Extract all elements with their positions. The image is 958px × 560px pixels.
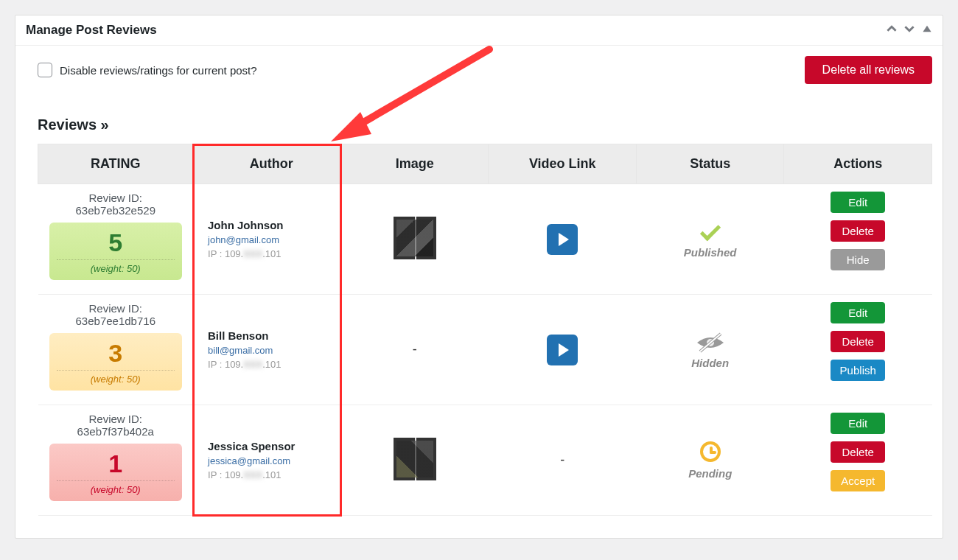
status-label: Pending xyxy=(642,467,777,480)
author-ip: IP : 109.XXX.101 xyxy=(208,359,335,370)
image-cell: - xyxy=(341,295,489,405)
review-thumbnail[interactable] xyxy=(394,438,436,480)
hide-button[interactable]: Hide xyxy=(831,249,885,270)
reviews-section-title: Reviews » xyxy=(38,116,932,133)
col-status: Status xyxy=(636,144,783,184)
no-image-dash: - xyxy=(413,342,417,357)
panel-title: Manage Post Reviews xyxy=(26,23,157,38)
rating-cell: Review ID:63eb7eb32e5295(weight: 50) xyxy=(38,184,194,295)
col-actions: Actions xyxy=(784,144,932,184)
col-video: Video Link xyxy=(489,144,636,184)
eye-slash-icon xyxy=(694,332,727,350)
rating-number: 1 xyxy=(57,451,175,481)
table-row: Review ID:63eb7f37b402a1(weight: 50)Jess… xyxy=(38,405,932,516)
author-name: John Johnson xyxy=(208,219,335,231)
col-rating: RATING xyxy=(38,144,194,184)
col-author: Author xyxy=(193,144,340,184)
disable-reviews-checkbox[interactable] xyxy=(38,63,52,77)
play-video-icon[interactable] xyxy=(547,335,578,365)
author-name: Bill Benson xyxy=(208,329,335,342)
rating-box: 1(weight: 50) xyxy=(49,444,182,501)
author-name: Jessica Spensor xyxy=(208,440,335,452)
top-row: Disable reviews/ratings for current post… xyxy=(38,56,932,84)
actions-cell: EditDeleteHide xyxy=(784,184,932,295)
actions-cell: EditDeleteAccept xyxy=(784,405,932,516)
review-id-label: Review ID: xyxy=(44,192,188,204)
review-thumbnail[interactable] xyxy=(394,217,436,259)
rating-number: 5 xyxy=(57,230,175,260)
review-id-value: 63eb7eb32e529 xyxy=(44,204,188,217)
col-image: Image xyxy=(341,144,489,184)
publish-button[interactable]: Publish xyxy=(831,360,885,381)
panel-header: Manage Post Reviews xyxy=(15,15,943,46)
delete-all-reviews-button[interactable]: Delete all reviews xyxy=(805,56,932,84)
delete-button[interactable]: Delete xyxy=(831,441,885,463)
disable-reviews-label: Disable reviews/ratings for current post… xyxy=(60,64,257,77)
reviews-table: RATING Author Image Video Link Status Ac… xyxy=(38,144,932,516)
author-cell: Bill Bensonbill@gmail.comIP : 109.XXX.10… xyxy=(193,295,340,405)
rating-box: 5(weight: 50) xyxy=(49,223,182,280)
video-cell xyxy=(489,295,636,405)
table-header-row: RATING Author Image Video Link Status Ac… xyxy=(38,144,932,184)
rating-box: 3(weight: 50) xyxy=(49,333,182,391)
table-row: Review ID:63eb7eb32e5295(weight: 50)John… xyxy=(38,184,932,295)
status-cell: Pending xyxy=(636,405,783,516)
play-video-icon[interactable] xyxy=(547,224,578,255)
review-id-label: Review ID: xyxy=(44,413,188,425)
author-email-link[interactable]: john@gmail.com xyxy=(208,234,335,245)
no-video-dash: - xyxy=(560,452,564,467)
panel-header-controls xyxy=(887,24,932,37)
delete-button[interactable]: Delete xyxy=(831,220,885,242)
author-ip: IP : 109.XXX.101 xyxy=(208,248,335,259)
check-icon xyxy=(700,220,721,241)
author-email-link[interactable]: jessica@gmail.com xyxy=(208,455,335,466)
edit-button[interactable]: Edit xyxy=(831,413,885,434)
author-cell: John Johnsonjohn@gmail.comIP : 109.XXX.1… xyxy=(193,184,340,295)
clock-icon xyxy=(700,441,721,462)
video-cell: - xyxy=(489,405,636,516)
image-cell xyxy=(341,184,489,295)
video-cell xyxy=(489,184,636,295)
panel-body: Disable reviews/ratings for current post… xyxy=(15,46,943,538)
rating-weight: (weight: 50) xyxy=(57,263,175,274)
rating-number: 3 xyxy=(57,340,175,371)
author-email-link[interactable]: bill@gmail.com xyxy=(208,345,335,356)
accept-button[interactable]: Accept xyxy=(831,470,885,491)
disable-reviews-checkbox-row[interactable]: Disable reviews/ratings for current post… xyxy=(38,63,257,77)
rating-weight: (weight: 50) xyxy=(57,484,175,495)
status-cell: Published xyxy=(636,184,783,295)
chevron-up-icon[interactable] xyxy=(887,24,897,37)
manage-reviews-panel: Manage Post Reviews Disable reviews/rati… xyxy=(15,15,943,539)
edit-button[interactable]: Edit xyxy=(831,302,885,323)
review-id-value: 63eb7f37b402a xyxy=(44,425,188,438)
chevron-down-icon[interactable] xyxy=(904,24,915,37)
collapse-triangle-icon[interactable] xyxy=(922,24,932,37)
review-id-label: Review ID: xyxy=(44,302,188,315)
rating-weight: (weight: 50) xyxy=(57,374,175,385)
delete-button[interactable]: Delete xyxy=(831,331,885,352)
rating-cell: Review ID:63eb7f37b402a1(weight: 50) xyxy=(38,405,194,516)
rating-cell: Review ID:63eb7ee1db7163(weight: 50) xyxy=(38,295,194,405)
status-label: Published xyxy=(642,246,777,259)
review-id-value: 63eb7ee1db716 xyxy=(44,315,188,327)
image-cell xyxy=(341,405,489,516)
edit-button[interactable]: Edit xyxy=(831,192,885,213)
status-label: Hidden xyxy=(642,357,777,369)
author-ip: IP : 109.XXX.101 xyxy=(208,469,335,480)
author-cell: Jessica Spensorjessica@gmail.comIP : 109… xyxy=(193,405,340,516)
table-row: Review ID:63eb7ee1db7163(weight: 50)Bill… xyxy=(38,295,932,405)
actions-cell: EditDeletePublish xyxy=(784,295,932,405)
status-cell: Hidden xyxy=(636,295,783,405)
